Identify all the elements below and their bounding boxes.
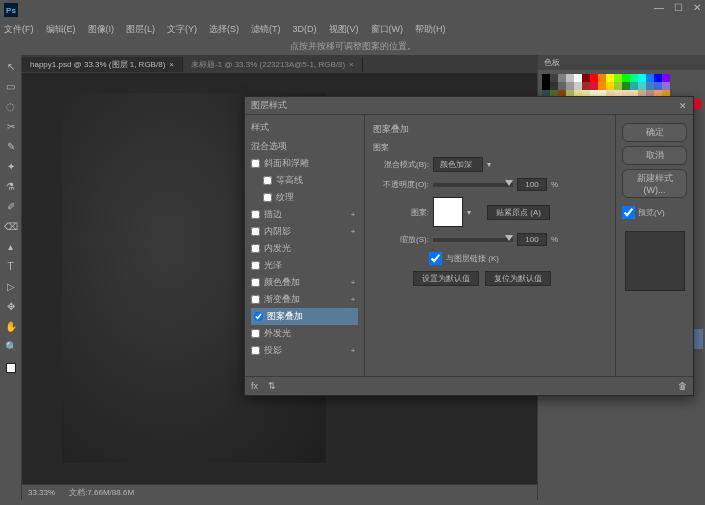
swatch[interactable] (646, 74, 654, 82)
swatch[interactable] (598, 74, 606, 82)
style-item[interactable]: 颜色叠加+ (251, 274, 358, 291)
menu-file[interactable]: 文件(F) (4, 23, 34, 36)
add-instance-icon[interactable]: + (348, 227, 358, 237)
minimize-icon[interactable]: — (654, 2, 664, 13)
crop-tool[interactable]: ✂ (4, 119, 18, 133)
swatch[interactable] (598, 82, 606, 90)
swatch[interactable] (590, 74, 598, 82)
foreground-color[interactable] (6, 363, 16, 373)
opacity-input[interactable]: 100 (517, 178, 547, 191)
dialog-close-icon[interactable]: ✕ (679, 101, 687, 111)
reset-default-button[interactable]: 复位为默认值 (485, 271, 551, 286)
hand-tool[interactable]: ✋ (4, 319, 18, 333)
maximize-icon[interactable]: ☐ (674, 2, 683, 13)
menu-image[interactable]: 图像(I) (88, 23, 115, 36)
style-item[interactable]: 光泽 (251, 257, 358, 274)
document-tab[interactable]: 未标题-1 @ 33.3% (223213A@5-1, RGB/8)× (183, 57, 363, 72)
menu-type[interactable]: 文字(Y) (167, 23, 197, 36)
eraser-tool[interactable]: ⌫ (4, 219, 18, 233)
style-checkbox[interactable] (251, 295, 260, 304)
swatch[interactable] (582, 74, 590, 82)
style-checkbox[interactable] (263, 176, 272, 185)
style-checkbox[interactable] (251, 278, 260, 287)
blending-options-item[interactable]: 混合选项 (251, 138, 358, 155)
style-checkbox[interactable] (263, 193, 272, 202)
menu-select[interactable]: 选择(S) (209, 23, 239, 36)
swatch[interactable] (606, 82, 614, 90)
style-item[interactable]: 内阴影+ (251, 223, 358, 240)
healing-tool[interactable]: ✦ (4, 159, 18, 173)
style-checkbox[interactable] (251, 346, 260, 355)
style-checkbox[interactable] (254, 312, 263, 321)
preview-checkbox[interactable] (622, 206, 635, 219)
style-checkbox[interactable] (251, 244, 260, 253)
swatch[interactable] (630, 74, 638, 82)
swatch[interactable] (574, 74, 582, 82)
menu-3d[interactable]: 3D(D) (293, 24, 317, 34)
link-layer-checkbox[interactable] (429, 252, 442, 265)
chevron-down-icon[interactable]: ▾ (487, 160, 491, 169)
swatch[interactable] (622, 74, 630, 82)
swatch[interactable] (614, 74, 622, 82)
cancel-button[interactable]: 取消 (622, 146, 687, 165)
swatch[interactable] (654, 82, 662, 90)
swatch[interactable] (550, 74, 558, 82)
style-checkbox[interactable] (251, 261, 260, 270)
ok-button[interactable]: 确定 (622, 123, 687, 142)
scale-input[interactable]: 100 (517, 233, 547, 246)
swatch[interactable] (582, 82, 590, 90)
chevron-up-down-icon[interactable]: ⇅ (268, 381, 276, 391)
style-item[interactable]: 内发光 (251, 240, 358, 257)
move-tool[interactable]: ↖ (4, 59, 18, 73)
chevron-down-icon[interactable]: ▾ (467, 208, 471, 217)
style-item[interactable]: 图案叠加 (251, 308, 358, 325)
menu-filter[interactable]: 滤镜(T) (251, 23, 281, 36)
swatch[interactable] (614, 82, 622, 90)
scale-slider[interactable] (433, 238, 513, 242)
text-tool[interactable]: T (4, 259, 18, 273)
menu-window[interactable]: 窗口(W) (371, 23, 404, 36)
new-style-button[interactable]: 新建样式(W)... (622, 169, 687, 198)
swatches-grid[interactable] (542, 74, 701, 98)
stamp-tool[interactable]: ✐ (4, 199, 18, 213)
menu-view[interactable]: 视图(V) (329, 23, 359, 36)
swatch[interactable] (646, 82, 654, 90)
brush-tool[interactable]: ⚗ (4, 179, 18, 193)
swatches-tab[interactable]: 色板 (538, 55, 705, 70)
swatch[interactable] (566, 74, 574, 82)
swatch[interactable] (566, 82, 574, 90)
blend-mode-select[interactable]: 颜色加深 (433, 157, 483, 172)
close-icon[interactable]: ✕ (693, 2, 701, 13)
style-item[interactable]: 斜面和浮雕 (251, 155, 358, 172)
zoom-tool[interactable]: 🔍 (4, 339, 18, 353)
marquee-tool[interactable]: ▭ (4, 79, 18, 93)
make-default-button[interactable]: 设置为默认值 (413, 271, 479, 286)
menu-edit[interactable]: 编辑(E) (46, 23, 76, 36)
path-tool[interactable]: ▷ (4, 279, 18, 293)
menu-help[interactable]: 帮助(H) (415, 23, 446, 36)
tab-close-icon[interactable]: × (349, 60, 354, 69)
trash-icon[interactable]: 🗑 (678, 381, 687, 391)
add-instance-icon[interactable]: + (348, 278, 358, 288)
lasso-tool[interactable]: ◌ (4, 99, 18, 113)
fx-icon[interactable]: fx (251, 381, 258, 391)
swatch[interactable] (542, 74, 550, 82)
gradient-tool[interactable]: ▴ (4, 239, 18, 253)
swatch[interactable] (574, 82, 582, 90)
eyedropper-tool[interactable]: ✎ (4, 139, 18, 153)
style-item[interactable]: 投影+ (251, 342, 358, 359)
opacity-slider[interactable] (433, 183, 513, 187)
swatch[interactable] (662, 82, 670, 90)
document-tab[interactable]: happy1.psd @ 33.3% (图层 1, RGB/8)× (22, 57, 183, 72)
style-checkbox[interactable] (251, 210, 260, 219)
add-instance-icon[interactable]: + (348, 210, 358, 220)
add-instance-icon[interactable]: + (348, 295, 358, 305)
shape-tool[interactable]: ✥ (4, 299, 18, 313)
swatch[interactable] (558, 74, 566, 82)
swatch[interactable] (630, 82, 638, 90)
swatch[interactable] (558, 82, 566, 90)
swatch[interactable] (638, 82, 646, 90)
style-checkbox[interactable] (251, 159, 260, 168)
style-item[interactable]: 纹理 (251, 189, 358, 206)
swatch[interactable] (662, 74, 670, 82)
